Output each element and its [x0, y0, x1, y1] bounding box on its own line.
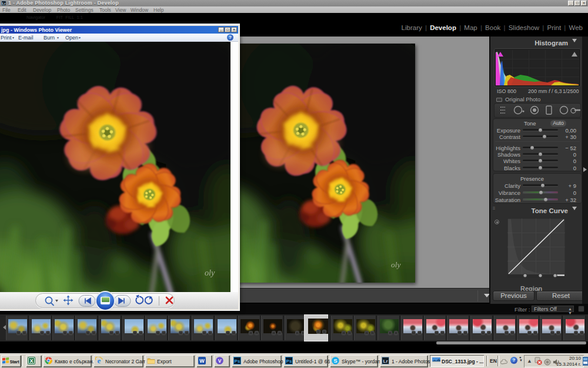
svg-text:V: V — [218, 358, 222, 364]
svg-text:X: X — [29, 358, 33, 364]
svg-text:Ps: Ps — [286, 359, 292, 364]
svg-text:W: W — [199, 358, 205, 364]
svg-text:Lr: Lr — [383, 359, 388, 364]
svg-text:e: e — [98, 357, 101, 364]
svg-text:Ps: Ps — [235, 359, 240, 364]
svg-text:S: S — [333, 357, 337, 364]
